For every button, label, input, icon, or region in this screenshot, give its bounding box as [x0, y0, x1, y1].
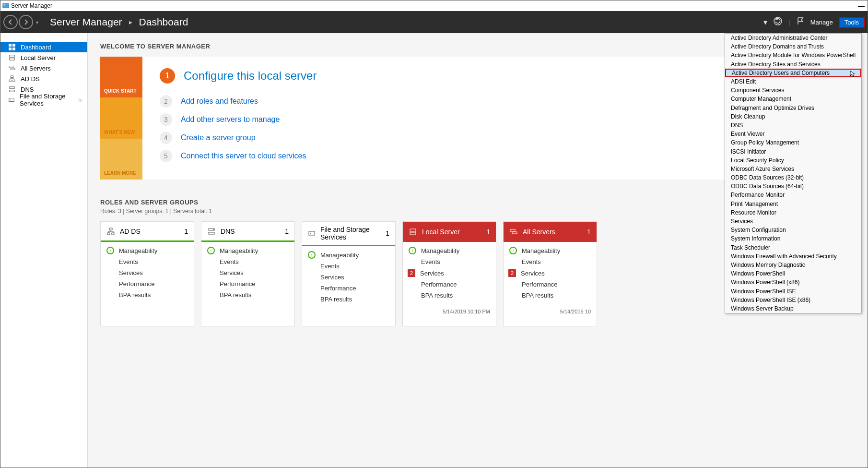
status-badge: 2: [508, 269, 516, 277]
dropdown-icon[interactable]: ▾: [763, 18, 767, 27]
tile-row-manageability[interactable]: ↑Manageability: [207, 245, 289, 256]
tools-menu-item[interactable]: Active Directory Administrative Center: [725, 34, 861, 42]
tools-menu-item[interactable]: ODBC Data Sources (32-bit): [725, 173, 861, 182]
tile-row-services[interactable]: 2Services: [409, 267, 490, 279]
tools-menu-item[interactable]: Active Directory Sites and Services: [725, 60, 861, 69]
tile-row-services[interactable]: Services: [207, 267, 289, 278]
step-number: 4: [160, 132, 172, 144]
svg-rect-18: [109, 228, 112, 230]
tile[interactable]: DNS1↑ManageabilityEventsServicesPerforma…: [201, 221, 295, 326]
tile-icon: [308, 229, 316, 238]
tile-row-manageability[interactable]: ↑Manageability: [106, 245, 188, 256]
tools-menu-item[interactable]: iSCSI Initiator: [725, 147, 861, 156]
tools-menu-button[interactable]: Tools: [839, 17, 865, 28]
tile-row-services[interactable]: Services: [106, 267, 188, 278]
tools-menu-item[interactable]: Windows Firewall with Advanced Security: [725, 252, 861, 261]
tile-timestamp: 5/14/2019 10: [504, 306, 597, 318]
tools-menu-item[interactable]: Local Security Policy: [725, 156, 861, 165]
sidebar-item-adds[interactable]: AD DS: [0, 73, 87, 84]
tile-row-performance[interactable]: Performance: [207, 278, 289, 289]
tile-row-events[interactable]: Events: [308, 261, 389, 272]
tools-menu-item[interactable]: Services: [725, 217, 861, 226]
tools-menu-item[interactable]: Task Scheduler: [725, 243, 861, 252]
tools-menu-item[interactable]: Print Management: [725, 200, 861, 208]
nav-dropdown-icon[interactable]: ▾: [36, 20, 38, 25]
svg-rect-3: [9, 44, 12, 47]
tools-menu-item[interactable]: Windows PowerShell ISE: [725, 287, 861, 295]
back-button[interactable]: [3, 15, 18, 29]
tools-menu-item[interactable]: DNS: [725, 121, 861, 130]
tile-row-services[interactable]: Services: [308, 272, 389, 283]
breadcrumb-sep-icon: ▸: [129, 18, 132, 26]
tools-menu-item[interactable]: Active Directory Domains and Trusts: [725, 42, 861, 51]
tile-row-performance[interactable]: Performance: [509, 279, 591, 290]
tools-menu-item[interactable]: Windows PowerShell (x86): [725, 278, 861, 287]
tile-row-manageability[interactable]: ↑Manageability: [409, 245, 490, 256]
tools-menu-item[interactable]: Computer Management: [725, 95, 861, 103]
tools-menu-item[interactable]: Performance Monitor: [725, 191, 861, 199]
tile[interactable]: AD DS1↑ManageabilityEventsServicesPerfor…: [100, 221, 194, 326]
minimize-icon[interactable]: —: [858, 2, 868, 10]
step-label: Add roles and features: [181, 97, 258, 106]
tools-menu-item[interactable]: Microsoft Azure Services: [725, 165, 861, 173]
tools-menu-item[interactable]: Group Policy Management: [725, 138, 861, 147]
tile-title: DNS: [221, 228, 235, 235]
tab-learn-more[interactable]: LEARN MORE: [100, 139, 142, 180]
tools-menu-item[interactable]: Disk Cleanup: [725, 112, 861, 121]
tools-menu-item[interactable]: Windows Memory Diagnostic: [725, 261, 861, 269]
tools-menu-item[interactable]: Resource Monitor: [725, 208, 861, 217]
tile[interactable]: All Servers1↑ManageabilityEvents2Service…: [503, 221, 597, 326]
tools-menu-item[interactable]: Windows PowerShell ISE (x86): [725, 296, 861, 304]
tab-quick-start[interactable]: QUICK START: [100, 57, 142, 97]
step-label: Connect this server to cloud services: [181, 152, 306, 160]
tile-row-manageability[interactable]: ↑Manageability: [509, 245, 591, 256]
tile-icon: [509, 228, 518, 236]
tile-row-bpa[interactable]: BPA results: [207, 289, 289, 300]
sidebar-item-label: Local Server: [21, 54, 56, 61]
tools-menu-item[interactable]: Windows Server Backup: [725, 304, 861, 313]
tile-row-events[interactable]: Events: [207, 256, 289, 267]
tile-row-services[interactable]: 2Services: [509, 267, 591, 279]
tile[interactable]: File and Storage Services1↑Manageability…: [302, 221, 396, 326]
flag-icon[interactable]: [796, 17, 805, 27]
tools-menu-item[interactable]: ODBC Data Sources (64-bit): [725, 182, 861, 191]
toolbar: ▾ Server Manager ▸ Dashboard ▾ | Manage …: [0, 11, 868, 33]
tile-row-performance[interactable]: Performance: [308, 283, 389, 294]
tools-menu-item[interactable]: Component Services: [725, 86, 861, 95]
tile[interactable]: Local Server1↑ManageabilityEvents2Servic…: [402, 221, 496, 326]
tile-row-events[interactable]: Events: [106, 256, 188, 267]
tile-row-events[interactable]: Events: [509, 256, 591, 267]
tools-menu-item[interactable]: ADSI Edit: [725, 77, 861, 86]
manage-menu[interactable]: Manage: [810, 19, 833, 26]
tile-row-bpa[interactable]: BPA results: [409, 290, 490, 301]
tile-row-bpa[interactable]: BPA results: [509, 290, 591, 301]
breadcrumb-app[interactable]: Server Manager: [50, 16, 122, 28]
sidebar-item-file-storage[interactable]: File and Storage Services ▷: [0, 95, 87, 105]
tile-row-manageability[interactable]: ↑Manageability: [308, 249, 389, 261]
tile-row-performance[interactable]: Performance: [106, 278, 188, 289]
tools-menu-item[interactable]: Defragment and Optimize Drives: [725, 104, 861, 112]
tile-row-bpa[interactable]: BPA results: [308, 294, 389, 305]
sidebar-item-dashboard[interactable]: Dashboard: [0, 42, 87, 52]
forward-button[interactable]: [19, 15, 33, 29]
tools-menu-item[interactable]: Active Directory Module for Windows Powe…: [725, 51, 861, 60]
tile-count: 1: [386, 229, 389, 237]
tile-row-events[interactable]: Events: [409, 256, 490, 267]
tools-menu-item[interactable]: Active Directory Users and Computers: [725, 69, 861, 77]
tile-row-performance[interactable]: Performance: [409, 279, 490, 290]
refresh-icon[interactable]: [773, 16, 783, 28]
sidebar-item-all-servers[interactable]: All Servers: [0, 63, 87, 73]
tools-menu-item[interactable]: System Information: [725, 234, 861, 243]
step-label: Configure this local server: [184, 69, 317, 83]
step-number: 2: [160, 95, 172, 108]
tools-menu-item[interactable]: Event Viewer: [725, 130, 861, 138]
welcome-tabs: QUICK START WHAT'S NEW LEARN MORE: [100, 57, 142, 180]
tile-row-bpa[interactable]: BPA results: [106, 289, 188, 300]
tools-menu-item[interactable]: System Configuration: [725, 226, 861, 234]
tab-whats-new[interactable]: WHAT'S NEW: [100, 97, 142, 138]
tile-header: All Servers1: [504, 222, 597, 242]
sidebar-item-local-server[interactable]: Local Server: [0, 52, 87, 63]
svg-rect-5: [9, 48, 12, 50]
tile-header: AD DS1: [101, 222, 194, 242]
tools-menu-item[interactable]: Windows PowerShell: [725, 269, 861, 278]
